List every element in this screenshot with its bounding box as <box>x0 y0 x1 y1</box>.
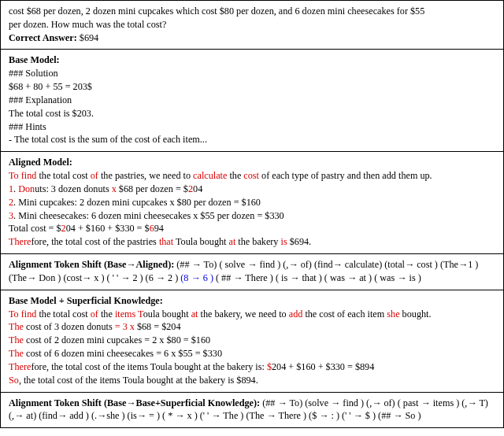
problem-line-1: cost $68 per dozen, 2 dozen mini cupcake… <box>9 5 495 18</box>
token-shift-aligned-text: Alignment Token Shift (Base→Aligned): (#… <box>9 258 495 285</box>
superficial-line-2: The cost of 3 dozen donuts = 3 x $68 = $… <box>9 320 495 334</box>
token-shift-superficial-title: Alignment Token Shift (Base→Base+Superfi… <box>9 397 262 408</box>
token-shift-aligned-title: Alignment Token Shift (Base→Aligned): <box>9 259 176 270</box>
token-shift-aligned-box: Alignment Token Shift (Base→Aligned): (#… <box>1 253 503 290</box>
aligned-model-title: Aligned Model: <box>9 156 495 169</box>
token-shift-superficial-box: Alignment Token Shift (Base→Base+Superfi… <box>1 392 503 428</box>
aligned-line-2: 1. Donuts: 3 dozen donuts x $68 per doze… <box>9 183 495 196</box>
base-line-hints: - The total cost is the sum of the cost … <box>9 133 495 146</box>
token-shift-superficial-text: Alignment Token Shift (Base→Base+Superfi… <box>9 397 495 423</box>
superficial-line-4: The cost of 6 dozen mini cheesecakes = 6… <box>9 347 495 360</box>
base-line-hints-header: ### Hints <box>9 120 495 134</box>
problem-box: cost $68 per dozen, 2 dozen mini cupcake… <box>1 1 503 49</box>
superficial-line-6: So, the total cost of the items Toula bo… <box>9 374 495 387</box>
base-model-box: Base Model: ### Solution $68 + 80 + 55 =… <box>1 49 503 151</box>
superficial-title: Base Model + Superficial Knowledge: <box>9 294 495 308</box>
problem-line-2: per dozen. How much was the total cost? <box>9 18 495 31</box>
superficial-box: Base Model + Superficial Knowledge: To f… <box>1 290 503 392</box>
correct-answer-label: Correct Answer: <box>9 32 77 43</box>
base-line-solution: ### Solution <box>9 67 495 80</box>
correct-answer: Correct Answer: $694 <box>9 31 495 45</box>
aligned-model-box: Aligned Model: To find the total cost of… <box>1 151 503 253</box>
aligned-line-1: To find the total cost of the pastries, … <box>9 169 495 183</box>
superficial-line-5: Therefore, the total cost of the items T… <box>9 360 495 374</box>
superficial-line-1: To find the total cost of the items Toul… <box>9 308 495 321</box>
base-line-explanation-header: ### Explanation <box>9 94 495 107</box>
base-model-title: Base Model: <box>9 54 495 67</box>
document-body: cost $68 per dozen, 2 dozen mini cupcake… <box>0 0 504 428</box>
superficial-line-3: The cost of 2 dozen mini cupcakes = 2 x … <box>9 334 495 347</box>
base-line-explanation: The total cost is $203. <box>9 107 495 120</box>
aligned-line-6: Therefore, the total cost of the pastrie… <box>9 235 495 249</box>
base-line-calc: $68 + 80 + 55 = 203$ <box>9 80 495 94</box>
aligned-line-3: 2. Mini cupcakes: 2 dozen mini cupcakes … <box>9 196 495 209</box>
aligned-line-4: 3. Mini cheesecakes: 6 dozen mini cheese… <box>9 209 495 223</box>
aligned-line-5: Total cost = $204 + $160 + $330 = $694 <box>9 222 495 235</box>
correct-answer-value: $694 <box>77 32 98 43</box>
